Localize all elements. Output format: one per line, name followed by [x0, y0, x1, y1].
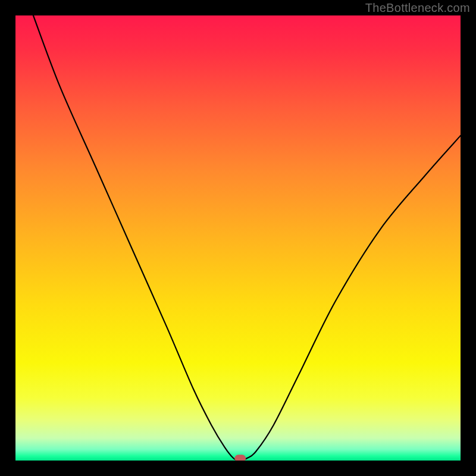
chart-frame: TheBottleneck.com [0, 0, 476, 476]
chart-curve [15, 15, 461, 461]
chart-plot-area [15, 15, 461, 461]
curve-path [33, 15, 461, 461]
watermark-text: TheBottleneck.com [365, 1, 470, 15]
curve-min-marker [235, 455, 246, 461]
